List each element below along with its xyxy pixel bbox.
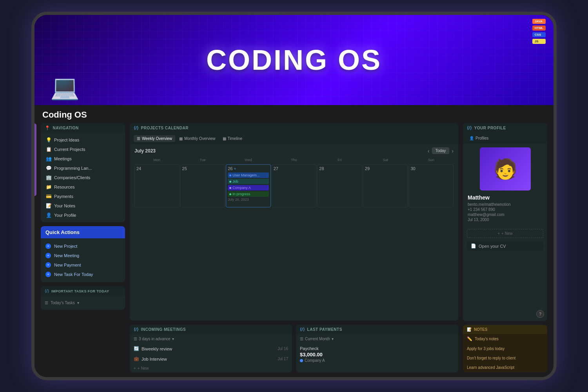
payment-paycheck[interactable]: Paycheck $3,000.00 Company A bbox=[296, 344, 458, 365]
cal-cell-24[interactable]: 24 bbox=[134, 164, 180, 207]
tab-weekly-overview[interactable]: ☰ Weekly Overview bbox=[134, 135, 175, 142]
note-label-client: Don't forget to reply to client bbox=[467, 356, 515, 360]
meeting-job-interview[interactable]: 💼 Job Interview Jul 17 bbox=[130, 354, 292, 364]
tab-timeline[interactable]: ▦ Timeline bbox=[220, 135, 245, 142]
cal-cell-29[interactable]: 29 bbox=[363, 164, 408, 207]
help-button[interactable]: ? bbox=[536, 310, 544, 318]
calendar-header-icon: ⟨/⟩ bbox=[134, 125, 139, 131]
meetings-header-label: INCOMING MEETINGS bbox=[141, 327, 186, 332]
company-dot bbox=[300, 359, 303, 362]
qa-label-payment: New Payment bbox=[54, 263, 81, 267]
tab-monthly-overview[interactable]: ▦ Monthly Overview bbox=[176, 135, 218, 142]
nav-label-resources: Resources bbox=[54, 185, 75, 189]
qa-new-meeting[interactable]: + New Meeting bbox=[44, 251, 122, 260]
nav-icon-programming: 💬 bbox=[45, 165, 52, 171]
meeting-biweekly-icon: 🔄 bbox=[134, 346, 139, 351]
cal-cell-28[interactable]: 28 bbox=[317, 164, 362, 207]
nav-label-companies: Companies/Clients bbox=[54, 175, 90, 180]
profile-tab-profiles[interactable]: 👤 Profiles bbox=[467, 135, 491, 141]
nav-item-payments[interactable]: 💳 Payments bbox=[41, 192, 125, 201]
main-content: Coding OS 📍 NAVIGATION 💡 Project I bbox=[34, 105, 554, 377]
tab-weekly-icon: ☰ bbox=[137, 136, 140, 141]
nav-item-current-projects[interactable]: 📋 Current Projects bbox=[41, 145, 125, 154]
cal-cell-26[interactable]: 26 + User Managem... Job bbox=[226, 164, 271, 207]
meetings-filter[interactable]: ☰ 3 days in advance ▾ bbox=[130, 334, 292, 344]
profile-website: bento.me/matthewnotion bbox=[468, 202, 543, 207]
nav-label-notes: Your Notes bbox=[54, 203, 75, 208]
meeting-job-icon: 💼 bbox=[134, 356, 139, 361]
nav-label-projects: Current Projects bbox=[54, 147, 85, 152]
badge-html: HTML bbox=[532, 25, 546, 31]
nav-item-meetings[interactable]: 👥 Meetings bbox=[41, 154, 125, 163]
profile-tab-icon: 👤 bbox=[469, 136, 474, 140]
payments-panel: ⟨/⟩ LAST PAYMENTS ☰ Current Month ▾ Payc… bbox=[296, 325, 458, 372]
qa-label-meeting: New Meeting bbox=[54, 253, 79, 258]
meetings-add-icon: + bbox=[134, 366, 136, 370]
open-cv-button[interactable]: 📄 Open your CV bbox=[467, 241, 543, 251]
qa-new-task[interactable]: + New Task For Today bbox=[44, 270, 122, 279]
cal-day-sun: Sun bbox=[408, 157, 454, 163]
nav-icon-ideas: 💡 bbox=[45, 137, 52, 143]
nav-label-meetings: Meetings bbox=[54, 156, 72, 161]
cal-day-fri: Fri bbox=[317, 157, 362, 163]
qa-label-project: New Project bbox=[54, 244, 77, 249]
qa-new-payment[interactable]: + New Payment bbox=[44, 260, 122, 270]
nav-item-companies[interactable]: 🏢 Companies/Clients bbox=[41, 173, 125, 182]
cal-cell-25[interactable]: 25 bbox=[180, 164, 225, 207]
cal-date-29: 29 bbox=[365, 166, 406, 171]
note-apply-jobs[interactable]: Apply for 3 jobs today bbox=[463, 344, 547, 354]
nav-item-notes[interactable]: 📝 Your Notes bbox=[41, 201, 125, 211]
nav-item-resources[interactable]: 📁 Resources bbox=[41, 182, 125, 192]
tablet-frame: 💻 CODING OS JAVA HTML CSS JS Coding OS 📍 bbox=[31, 12, 557, 380]
meeting-biweekly[interactable]: 🔄 Biweekly review Jul 16 bbox=[130, 344, 292, 354]
quick-actions-header: Quick Actions bbox=[41, 226, 125, 238]
note-reply-client[interactable]: Don't forget to reply to client bbox=[463, 354, 547, 363]
cal-date-26: 26 + bbox=[228, 166, 269, 171]
tab-monthly-icon: ▦ bbox=[179, 136, 183, 141]
qa-new-project[interactable]: + New Project bbox=[44, 241, 122, 251]
profile-avatar: 🧑 bbox=[480, 147, 531, 191]
cal-cell-27[interactable]: 27 bbox=[272, 164, 317, 207]
meetings-add-new[interactable]: + + New bbox=[130, 364, 292, 372]
note-todays-notes[interactable]: ✏️ Today's notes bbox=[463, 334, 547, 344]
payments-header-label: LAST PAYMENTS bbox=[307, 327, 342, 332]
qa-dot-payment: + bbox=[45, 262, 51, 268]
nav-item-project-ideas[interactable]: 💡 Project Ideas bbox=[41, 135, 125, 145]
navigation-panel: 📍 NAVIGATION 💡 Project Ideas 📋 Current P… bbox=[41, 123, 125, 222]
cal-cell-30[interactable]: 30 bbox=[408, 164, 454, 207]
payment-paycheck-name: Paycheck bbox=[300, 346, 454, 351]
cal-date-28: 28 bbox=[319, 166, 360, 171]
payments-filter-label: Current Month bbox=[305, 337, 330, 341]
cal-today-btn[interactable]: Today bbox=[432, 147, 450, 154]
content-grid: 📍 NAVIGATION 💡 Project Ideas 📋 Current P… bbox=[34, 123, 554, 377]
tasks-filter-label: Today's Tasks bbox=[51, 301, 75, 305]
cal-prev-btn[interactable]: ‹ bbox=[428, 148, 430, 154]
cal-next-btn[interactable]: › bbox=[452, 148, 454, 154]
event-label-progress: In progress bbox=[232, 192, 250, 196]
badge-js: JS bbox=[532, 39, 546, 44]
cal-week-row: 24 25 26 + User Managem... bbox=[134, 164, 454, 207]
cal-event-user-mgmt: User Managem... bbox=[228, 172, 269, 178]
nav-item-programming[interactable]: 💬 Programming Lan... bbox=[41, 163, 125, 173]
calendar-panel: ⟨/⟩ PROJECTS CALENDAR ☰ Weekly Overview … bbox=[130, 123, 458, 321]
profile-dob: Jul 13, 2000 bbox=[468, 218, 543, 222]
nav-label-profile: Your Profile bbox=[54, 213, 76, 218]
payments-filter[interactable]: ☰ Current Month ▾ bbox=[296, 334, 458, 344]
meetings-add-label: + New bbox=[138, 366, 149, 370]
tasks-filter[interactable]: ☰ Today's Tasks ▾ bbox=[44, 299, 122, 307]
event-dot-teal bbox=[229, 181, 231, 183]
bottom-center: ⟨/⟩ INCOMING MEETINGS ☰ 3 days in advanc… bbox=[130, 325, 458, 372]
cal-event-date-label: July 26, 2023 bbox=[228, 198, 269, 201]
nav-icon-payments: 💳 bbox=[45, 194, 52, 199]
notes-header-label: NOTES bbox=[474, 327, 487, 332]
note-label-todays: Today's notes bbox=[475, 337, 499, 341]
tasks-filter-chevron: ▾ bbox=[77, 301, 79, 305]
nav-item-profile[interactable]: 👤 Your Profile bbox=[41, 211, 125, 220]
quick-actions-items: + New Project + New Meeting + New Paymen… bbox=[41, 238, 125, 282]
event-dot-green bbox=[229, 193, 231, 195]
note-learn-js[interactable]: Learn advanced JavaScript bbox=[463, 363, 547, 372]
nav-icon-companies: 🏢 bbox=[45, 175, 52, 180]
calendar-header-label: PROJECTS CALENDAR bbox=[141, 126, 189, 130]
nav-icon-resources: 📁 bbox=[45, 184, 52, 190]
profile-new-button[interactable]: + + New bbox=[467, 229, 543, 238]
